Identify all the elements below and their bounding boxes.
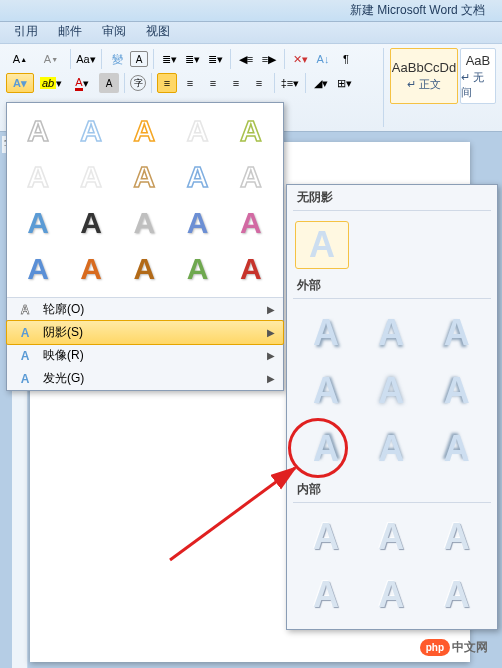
text-effect-option[interactable]: A [175,157,221,197]
text-effect-option[interactable]: A [68,111,114,151]
separator [124,73,125,93]
character-border-button[interactable]: A [130,51,148,67]
text-effects-dropdown: AAAAAAAAAAAAAAAAAAAA A轮廓(O)▶A阴影(S)▶A映像(R… [6,102,284,391]
shading-button[interactable]: ◢▾ [311,73,331,93]
submenu-icon: A [15,370,35,388]
text-effect-option[interactable]: A [175,203,221,243]
text-effects-button[interactable]: A▾ [6,73,34,93]
shadow-section-inner: 内部 [287,477,497,500]
decrease-indent-button[interactable]: ◀≡ [236,49,256,69]
submenu-label: 发光(G) [43,370,84,387]
chevron-right-icon: ▶ [267,327,275,338]
submenu-label: 轮廓(O) [43,301,84,318]
text-effect-option[interactable]: A [15,203,61,243]
window-title: 新建 Microsoft Word 文档 [350,2,485,19]
text-effect-option[interactable]: A [68,203,114,243]
text-effect-option[interactable]: A [15,157,61,197]
watermark-text: 中文网 [452,639,488,656]
shadow-outer-option[interactable]: A [299,425,353,473]
line-spacing-button[interactable]: ‡≡▾ [280,73,300,93]
separator [101,49,102,69]
text-effect-option[interactable]: A [121,203,167,243]
submenu-label: 映像(R) [43,347,84,364]
text-effect-option[interactable]: A [175,249,221,289]
submenu-item[interactable]: A发光(G)▶ [7,367,283,390]
font-color-button[interactable]: A▾ [68,73,96,93]
title-bar: 新建 Microsoft Word 文档 [0,0,502,22]
text-effect-option[interactable]: A [175,111,221,151]
text-effect-option[interactable]: A [228,203,274,243]
text-effect-option[interactable]: A [228,157,274,197]
borders-button[interactable]: ⊞▾ [334,73,354,93]
text-effect-option[interactable]: A [121,249,167,289]
shadow-outer-option[interactable]: A [364,425,418,473]
tab-references[interactable]: 引用 [4,20,48,43]
align-left-button[interactable]: ≡ [157,73,177,93]
align-right-button[interactable]: ≡ [203,73,223,93]
shrink-font-button[interactable]: A▼ [37,49,65,69]
shadow-outer-option[interactable]: A [430,425,484,473]
shadow-outer-grid: AAAAAAAAA [287,305,497,477]
shadow-outer-option[interactable]: A [364,367,418,415]
shadow-none-option[interactable]: A [295,221,349,269]
show-marks-button[interactable]: ¶ [336,49,356,69]
tab-mailings[interactable]: 邮件 [48,20,92,43]
character-shading-button[interactable]: A [99,73,119,93]
multilevel-button[interactable]: ≣▾ [205,49,225,69]
shadow-inner-option[interactable]: A [364,571,418,619]
ribbon-tabs: 引用 邮件 审阅 视图 [0,22,502,44]
style-preview: AaBbCcDd [392,60,456,75]
text-effect-option[interactable]: A [121,157,167,197]
text-effect-option[interactable]: A [68,157,114,197]
submenu-item[interactable]: A映像(R)▶ [7,344,283,367]
shadow-outer-option[interactable]: A [299,367,353,415]
highlight-button[interactable]: ab▾ [37,73,65,93]
increase-indent-button[interactable]: ≡▶ [259,49,279,69]
shadow-outer-option[interactable]: A [430,309,484,357]
submenu-item[interactable]: A轮廓(O)▶ [7,298,283,321]
grow-font-button[interactable]: A▲ [6,49,34,69]
divider [293,502,491,503]
tab-review[interactable]: 审阅 [92,20,136,43]
shadow-outer-option[interactable]: A [364,309,418,357]
change-case-button[interactable]: Aa▾ [76,49,96,69]
separator [274,73,275,93]
text-effect-option[interactable]: A [15,249,61,289]
chevron-right-icon: ▶ [267,373,275,384]
shadow-inner-option[interactable]: A [299,571,353,619]
style-label: ↵ 无间 [461,70,495,100]
shadow-inner-option[interactable]: A [430,513,484,561]
align-justify-button[interactable]: ≡ [226,73,246,93]
shadow-outer-option[interactable]: A [299,309,353,357]
text-effect-option[interactable]: A [121,111,167,151]
submenu-icon: A [15,324,35,342]
text-effect-option[interactable]: A [228,249,274,289]
shadow-section-none: 无阴影 [287,185,497,208]
text-effect-option[interactable]: A [15,111,61,151]
text-effect-option[interactable]: A [228,111,274,151]
distributed-button[interactable]: ≡ [249,73,269,93]
enclose-characters-button[interactable]: 字 [130,75,146,91]
style-no-spacing[interactable]: AaB ↵ 无间 [460,48,496,104]
submenu-icon: A [15,347,35,365]
shadow-inner-option[interactable]: A [430,571,484,619]
align-center-button[interactable]: ≡ [180,73,200,93]
submenu-label: 阴影(S) [43,324,83,341]
shadow-outer-option[interactable]: A [430,367,484,415]
separator [151,73,152,93]
shadow-inner-option[interactable]: A [299,513,353,561]
submenu-item[interactable]: A阴影(S)▶ [6,320,284,345]
shadow-section-outer: 外部 [287,273,497,296]
shadow-inner-option[interactable]: A [364,513,418,561]
shadow-flyout: 无阴影 A 外部 AAAAAAAAA 内部 AAAAAA [286,184,498,630]
text-effect-option[interactable]: A [68,249,114,289]
asian-layout-button[interactable]: ✕▾ [290,49,310,69]
separator [153,49,154,69]
bullets-button[interactable]: ≣▾ [159,49,179,69]
phonetic-guide-button[interactable]: 變 [107,49,127,69]
style-normal[interactable]: AaBbCcDd ↵ 正文 [390,48,458,104]
tab-view[interactable]: 视图 [136,20,180,43]
sort-button[interactable]: A↓ [313,49,333,69]
numbering-button[interactable]: ≣▾ [182,49,202,69]
divider [293,210,491,211]
